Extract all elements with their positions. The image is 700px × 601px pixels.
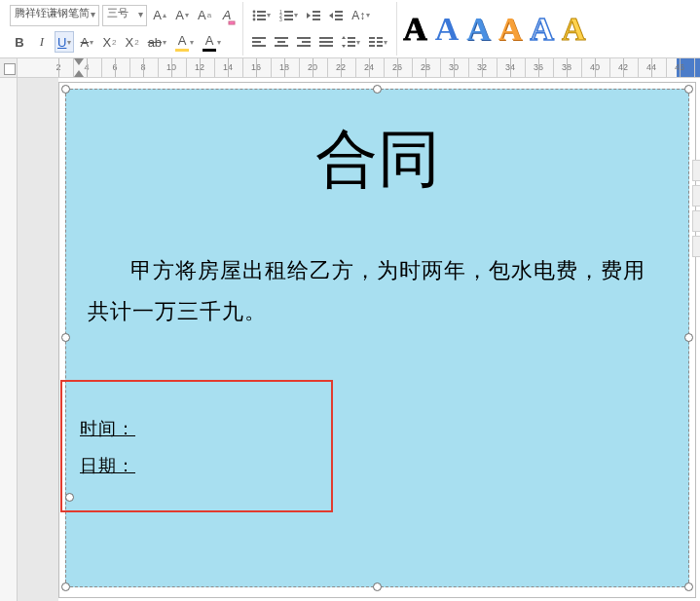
font-size-select[interactable]: 三号 [102, 5, 147, 26]
change-case-button[interactable]: Aa [195, 5, 214, 26]
resize-handle-tl[interactable] [61, 85, 70, 94]
annotation-red-box [60, 380, 333, 512]
strikethrough-button[interactable]: A [77, 31, 96, 53]
svg-rect-36 [369, 41, 375, 43]
svg-text:3: 3 [279, 17, 282, 21]
wordart-style-2[interactable]: A [435, 13, 460, 46]
horizontal-ruler-area: 2468101214161820222426283032343638404244… [0, 58, 700, 78]
wordart-style-5[interactable]: A [530, 13, 554, 46]
svg-rect-10 [284, 15, 293, 17]
bullet-list-button[interactable] [249, 5, 274, 26]
wordart-style-3[interactable]: A [466, 13, 491, 46]
svg-rect-23 [277, 41, 285, 43]
svg-rect-14 [313, 15, 320, 17]
svg-rect-29 [319, 41, 333, 43]
vertical-ruler[interactable] [0, 78, 18, 601]
right-side-tabs [692, 160, 700, 355]
page: 合同 甲方将房屋出租给乙方，为时两年，包水电费，费用共计一万三千九。 时间： 日… [58, 82, 696, 598]
grow-font-button[interactable]: A▴ [150, 5, 169, 26]
paragraph-group: 123 A↕ [243, 2, 397, 56]
align-right-button[interactable] [294, 31, 313, 53]
svg-rect-37 [377, 41, 383, 43]
svg-rect-34 [369, 37, 375, 39]
subscript-button[interactable]: X2 [123, 31, 142, 53]
svg-rect-35 [377, 37, 383, 39]
resize-handle-tr[interactable] [684, 85, 693, 94]
resize-handle-br[interactable] [684, 582, 693, 591]
align-left-icon [252, 36, 266, 48]
svg-rect-27 [297, 45, 311, 47]
svg-rect-24 [275, 45, 288, 47]
ruler-corner[interactable] [0, 58, 18, 77]
wordart-style-1[interactable]: A [403, 13, 427, 46]
document-workspace: 合同 甲方将房屋出租给乙方，为时两年，包水电费，费用共计一万三千九。 时间： 日… [0, 78, 700, 601]
resize-handle-bm[interactable] [373, 582, 382, 591]
svg-rect-16 [335, 11, 343, 13]
svg-rect-4 [257, 15, 266, 17]
text-box[interactable]: 合同 甲方将房屋出租给乙方，为时两年，包水电费，费用共计一万三千九。 时间： 日… [65, 89, 689, 587]
hanging-indent-marker[interactable] [74, 70, 84, 77]
shrink-font-button[interactable]: A▾ [172, 5, 192, 26]
side-tab-3[interactable] [692, 210, 700, 232]
document-body-paragraph[interactable]: 甲方将房屋出租给乙方，为时两年，包水电费，费用共计一万三千九。 [88, 250, 667, 332]
svg-rect-20 [252, 41, 261, 43]
increase-indent-button[interactable] [326, 5, 346, 26]
svg-rect-15 [313, 19, 320, 20]
side-tab-4[interactable] [692, 236, 700, 257]
bold-button[interactable]: B [10, 31, 29, 53]
italic-button[interactable]: I [32, 31, 52, 53]
svg-rect-0 [229, 21, 235, 24]
numbered-list-button[interactable]: 123 [276, 5, 301, 26]
side-tab-2[interactable] [692, 185, 700, 207]
line-spacing-icon [342, 36, 355, 48]
svg-rect-17 [335, 15, 343, 17]
svg-rect-12 [284, 19, 293, 20]
bullet-list-icon [252, 10, 266, 21]
resize-handle-ml[interactable] [61, 333, 70, 342]
left-gutter [18, 78, 58, 601]
svg-rect-25 [297, 37, 311, 39]
first-line-indent-marker[interactable] [74, 58, 84, 65]
svg-rect-26 [302, 41, 311, 43]
align-center-icon [275, 36, 288, 48]
wordart-gallery: A A A A A A [397, 2, 591, 56]
document-title[interactable]: 合同 [88, 117, 667, 202]
svg-point-3 [253, 14, 256, 17]
svg-rect-22 [275, 37, 288, 39]
svg-rect-33 [348, 45, 355, 47]
svg-rect-32 [348, 41, 355, 43]
line-spacing-button[interactable] [339, 31, 363, 53]
svg-rect-39 [377, 45, 383, 47]
decrease-indent-button[interactable] [304, 5, 323, 26]
svg-rect-31 [348, 37, 355, 39]
cursor-handle[interactable] [65, 493, 74, 502]
svg-rect-21 [252, 45, 266, 47]
resize-handle-bl[interactable] [61, 582, 70, 591]
svg-point-1 [253, 10, 256, 13]
resize-handle-tm[interactable] [373, 85, 382, 94]
emphasis-mark-button[interactable]: ab [145, 31, 169, 53]
svg-rect-2 [257, 11, 266, 13]
svg-rect-6 [257, 19, 266, 20]
font-color-button[interactable]: A [200, 31, 224, 53]
superscript-button[interactable]: X2 [99, 31, 119, 53]
horizontal-ruler[interactable]: 2468101214161820222426283032343638404244… [18, 58, 700, 77]
align-justify-button[interactable] [316, 31, 336, 53]
clear-formatting-button[interactable]: A [217, 5, 237, 26]
field-time[interactable]: 时间： [80, 417, 135, 440]
field-date[interactable]: 日期： [80, 454, 135, 477]
svg-rect-30 [319, 45, 333, 47]
svg-rect-38 [369, 45, 375, 47]
align-left-button[interactable] [249, 31, 269, 53]
align-right-icon [297, 36, 311, 48]
wordart-style-4[interactable]: A [498, 13, 523, 46]
svg-rect-8 [284, 11, 293, 13]
font-family-select[interactable]: 腾祥铚谦钢笔简 [10, 5, 99, 26]
underline-button[interactable]: U [55, 31, 74, 53]
align-center-button[interactable] [272, 31, 291, 53]
text-direction-button[interactable]: A↕ [349, 5, 373, 26]
side-tab-1[interactable] [692, 160, 700, 181]
highlight-color-button[interactable]: A [172, 31, 197, 53]
columns-button[interactable] [366, 31, 390, 53]
wordart-style-6[interactable]: A [562, 13, 586, 46]
